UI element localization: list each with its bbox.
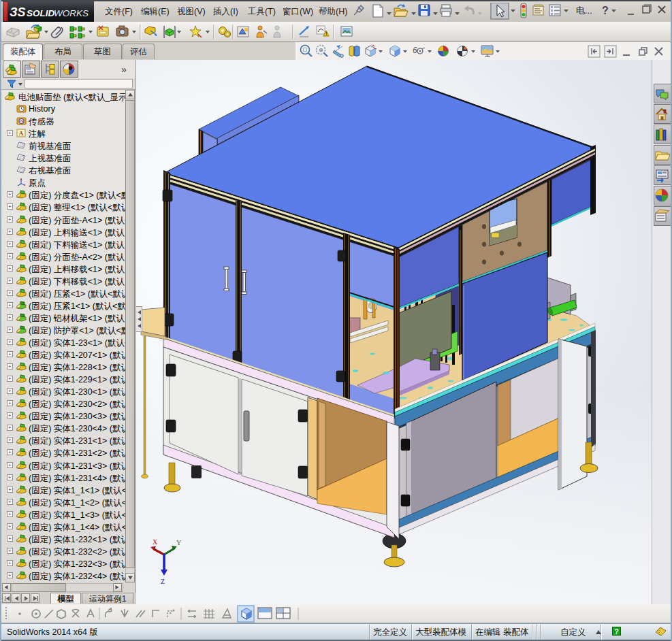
svg-text:ЗS: ЗS [10,5,26,19]
svg-text:Y: Y [176,539,181,546]
svg-text:电...: 电... [576,5,592,16]
svg-text:6: 6 [413,46,417,55]
svg-text:⊕: ⊕ [319,47,323,53]
svg-text:A: A [19,130,24,137]
svg-text:SOLID: SOLID [27,8,55,18]
svg-text:!: ! [325,31,327,36]
svg-text:Z: Z [161,578,165,585]
svg-text:WORKS: WORKS [54,8,89,18]
svg-text:?: ? [602,5,609,16]
svg-text:X: X [153,538,158,546]
